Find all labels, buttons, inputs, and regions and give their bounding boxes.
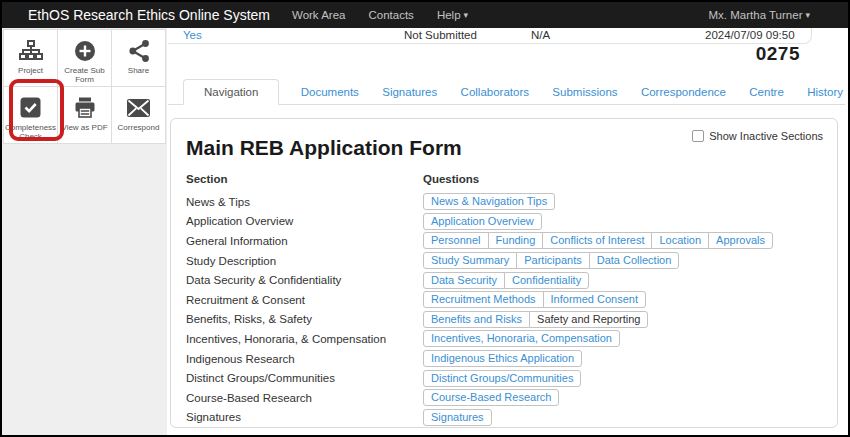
action-button-label: View as PDF <box>59 123 109 132</box>
section-label: Indigenous Research <box>186 353 423 365</box>
share-button[interactable]: Share <box>112 30 166 87</box>
table-row: Application OverviewApplication Overview <box>186 212 822 232</box>
status-strip-link-yes[interactable]: Yes <box>183 29 202 41</box>
question-button-indigenous-ethics-application[interactable]: Indigenous Ethics Application <box>423 350 582 367</box>
question-button-safety-and-reporting[interactable]: Safety and Reporting <box>529 311 648 328</box>
table-row: Course-Based ResearchCourse-Based Resear… <box>186 388 822 408</box>
section-label: Benefits, Risks, & Safety <box>186 313 423 325</box>
column-header-section: Section <box>186 173 423 185</box>
action-button-label: Completeness Check <box>3 123 58 141</box>
tab-signatures[interactable]: Signatures <box>380 80 439 104</box>
question-button-group: Indigenous Ethics Application <box>423 350 582 367</box>
create-sub-form-button[interactable]: Create Sub Form <box>58 30 112 87</box>
question-button-group: Incentives, Honoraria, Compensation <box>423 330 620 347</box>
submission-status: Not Submitted <box>404 29 477 41</box>
tab-history[interactable]: History <box>805 80 845 104</box>
section-label: General Information <box>186 235 423 247</box>
app-title[interactable]: EthOS Research Ethics Online System <box>28 7 270 23</box>
question-button-application-overview[interactable]: Application Overview <box>423 213 542 230</box>
action-button-label: Share <box>126 66 151 75</box>
tab-submissions[interactable]: Submissions <box>550 80 619 104</box>
show-inactive-sections-checkbox[interactable] <box>692 130 704 142</box>
question-button-benefits-and-risks[interactable]: Benefits and Risks <box>423 311 530 328</box>
tab-centre[interactable]: Centre <box>747 80 786 104</box>
table-row: News & TipsNews & Navigation Tips <box>186 192 822 212</box>
nav-link-contacts[interactable]: Contacts <box>368 9 413 21</box>
question-button-participants[interactable]: Participants <box>516 252 589 269</box>
table-row: SignaturesSignatures <box>186 408 822 428</box>
project-button[interactable]: Project <box>4 30 58 87</box>
question-button-signatures[interactable]: Signatures <box>423 409 492 426</box>
nav-link-work-area[interactable]: Work Area <box>292 9 345 21</box>
question-button-incentives-honoraria-compensation[interactable]: Incentives, Honoraria, Compensation <box>423 330 620 347</box>
question-button-course-based-research[interactable]: Course-Based Research <box>423 389 559 406</box>
question-button-data-collection[interactable]: Data Collection <box>589 252 680 269</box>
section-label: Incentives, Honoraria, & Compensation <box>186 333 423 345</box>
section-label: Course-Based Research <box>186 392 423 404</box>
question-button-distinct-groups-communities[interactable]: Distinct Groups/Communities <box>423 370 581 387</box>
user-menu[interactable]: Mx. Martha Turner▾ <box>709 9 810 21</box>
action-button-grid: ProjectCreate Sub FormShareCompleteness … <box>3 29 166 144</box>
printer-icon <box>73 95 97 120</box>
question-button-group: News & Navigation Tips <box>423 193 555 210</box>
question-button-confidentiality[interactable]: Confidentiality <box>504 272 589 289</box>
question-button-approvals[interactable]: Approvals <box>708 232 773 249</box>
plus-circle-icon <box>73 38 97 63</box>
question-button-group: Recruitment MethodsInformed Consent <box>423 291 646 308</box>
question-button-group: Study SummaryParticipantsData Collection <box>423 252 679 269</box>
question-button-funding[interactable]: Funding <box>488 232 544 249</box>
completeness-check-button[interactable]: Completeness Check <box>4 87 58 144</box>
check-square-icon <box>19 95 42 120</box>
section-label: Signatures <box>186 411 423 423</box>
nav-link-help[interactable]: Help▾ <box>437 9 468 21</box>
question-button-conflicts-of-interest[interactable]: Conflicts of Interest <box>542 232 652 249</box>
section-label: News & Tips <box>186 196 423 208</box>
app-window: EthOS Research Ethics Online System Work… <box>2 2 848 435</box>
tab-collaborators[interactable]: Collaborators <box>459 80 531 104</box>
user-menu-label: Mx. Martha Turner <box>709 9 803 21</box>
form-number: 0275 <box>756 43 800 65</box>
question-button-news-navigation-tips[interactable]: News & Navigation Tips <box>423 193 555 210</box>
question-button-location[interactable]: Location <box>651 232 709 249</box>
tab-documents[interactable]: Documents <box>299 80 361 104</box>
sitemap-icon <box>18 38 44 63</box>
action-button-label: Project <box>16 66 45 75</box>
question-button-personnel[interactable]: Personnel <box>423 232 489 249</box>
question-button-study-summary[interactable]: Study Summary <box>423 252 517 269</box>
tab-bar: NavigationDocumentsSignaturesCollaborato… <box>168 78 845 105</box>
status-timestamp: 2024/07/09 09:50 <box>705 29 795 41</box>
show-inactive-sections-label: Show Inactive Sections <box>709 130 823 142</box>
question-button-group: PersonnelFundingConflicts of InterestLoc… <box>423 232 773 249</box>
question-button-informed-consent[interactable]: Informed Consent <box>543 291 646 308</box>
table-row: Incentives, Honoraria, & CompensationInc… <box>186 329 822 349</box>
status-strip: Yes Not Submitted N/A 2024/07/09 09:50 <box>168 28 812 44</box>
table-row: General InformationPersonnelFundingConfl… <box>186 231 822 251</box>
section-label: Application Overview <box>186 215 423 227</box>
view-as-pdf-button[interactable]: View as PDF <box>58 87 112 144</box>
top-navbar: EthOS Research Ethics Online System Work… <box>2 2 848 28</box>
question-button-group: Data SecurityConfidentiality <box>423 272 589 289</box>
section-label: Recruitment & Consent <box>186 294 423 306</box>
chevron-down-icon: ▾ <box>805 10 810 20</box>
action-button-label: Correspond <box>116 123 162 132</box>
section-label: Data Security & Confidentiality <box>186 274 423 286</box>
table-row: Recruitment & ConsentRecruitment Methods… <box>186 290 822 310</box>
correspond-button[interactable]: Correspond <box>112 87 166 144</box>
share-icon <box>128 38 150 63</box>
envelope-icon <box>126 95 151 120</box>
column-header-questions: Questions <box>423 173 479 185</box>
section-label: Distinct Groups/Communities <box>186 372 423 384</box>
question-button-recruitment-methods[interactable]: Recruitment Methods <box>423 291 544 308</box>
table-row: Data Security & ConfidentialityData Secu… <box>186 270 822 290</box>
tab-navigation[interactable]: Navigation <box>183 79 279 105</box>
question-button-data-security[interactable]: Data Security <box>423 272 505 289</box>
question-button-group: Application Overview <box>423 213 542 230</box>
chevron-down-icon: ▾ <box>464 10 469 20</box>
action-sidebar: ProjectCreate Sub FormShareCompleteness … <box>2 28 167 435</box>
action-button-label: Create Sub Form <box>58 66 111 84</box>
table-row: Distinct Groups/CommunitiesDistinct Grou… <box>186 368 822 388</box>
tab-correspondence[interactable]: Correspondence <box>639 80 728 104</box>
section-table: News & TipsNews & Navigation TipsApplica… <box>186 192 822 427</box>
table-row: Benefits, Risks, & SafetyBenefits and Ri… <box>186 310 822 330</box>
section-label: Study Description <box>186 255 423 267</box>
